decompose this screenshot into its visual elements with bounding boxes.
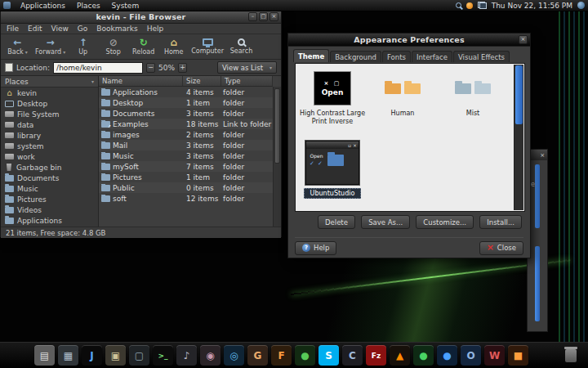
- minimize-button[interactable]: –: [248, 12, 257, 21]
- file-browser-titlebar[interactable]: kevin - File Browser – ▢ ×: [1, 11, 281, 24]
- theme-item-human[interactable]: Human: [368, 65, 438, 137]
- theme-item-mist[interactable]: Mist: [438, 65, 508, 137]
- tab-interface[interactable]: Interface: [412, 51, 452, 62]
- tab-visual-effects[interactable]: Visual Effects: [453, 51, 510, 62]
- scrollbar-thumb[interactable]: [515, 65, 523, 124]
- save-as-button[interactable]: Save As...: [361, 215, 410, 229]
- blue-app-icon[interactable]: ●: [437, 345, 457, 366]
- sidebar-item-garbage-bin[interactable]: Garbage bin: [1, 162, 98, 173]
- sidebar-item-library[interactable]: library: [1, 130, 98, 141]
- computer-button[interactable]: Computer: [189, 35, 226, 58]
- web-browser-icon[interactable]: ◎: [224, 345, 244, 366]
- forward-button[interactable]: → Forward▾: [33, 35, 68, 58]
- tab-theme[interactable]: Theme: [293, 49, 329, 62]
- trash-icon[interactable]: [565, 349, 577, 362]
- music-player-icon[interactable]: ♪: [176, 345, 197, 366]
- tray-update-icon[interactable]: [466, 2, 473, 9]
- table-row[interactable]: Mail3 itemsfolder: [99, 140, 273, 150]
- maximize-button[interactable]: ▢: [259, 12, 268, 21]
- table-row[interactable]: Public0 itemsfolder: [99, 182, 273, 193]
- package-manager-icon[interactable]: ▣: [105, 345, 126, 366]
- table-row[interactable]: Applications4 itemsfolder: [99, 87, 273, 97]
- menu-applications[interactable]: Applications: [19, 2, 67, 10]
- sidebar-item-data[interactable]: data: [1, 119, 98, 130]
- stop-button[interactable]: ⊘ Stop: [98, 35, 128, 58]
- close-icon[interactable]: ×: [540, 152, 545, 159]
- column-name[interactable]: Name: [99, 76, 183, 86]
- help-button[interactable]: ? Help: [295, 241, 336, 255]
- delete-button[interactable]: Delete: [318, 215, 355, 229]
- zoom-in-button[interactable]: +: [178, 63, 187, 73]
- table-row[interactable]: ↗Examples18 itemsLink to folder: [99, 119, 273, 129]
- install-button[interactable]: Install...: [479, 215, 522, 229]
- firefox-icon[interactable]: F: [271, 345, 292, 366]
- tray-network-icon[interactable]: [478, 2, 487, 9]
- sidebar-item-pictures[interactable]: Pictures: [1, 194, 98, 204]
- scrollbar-thumb[interactable]: [274, 88, 280, 164]
- menu-bookmarks[interactable]: Bookmarks: [96, 25, 137, 33]
- close-dialog-button[interactable]: × Close: [479, 241, 523, 255]
- sidebar-item-system[interactable]: system: [1, 141, 98, 151]
- menu-help[interactable]: Help: [147, 25, 164, 33]
- theme-scrollbar[interactable]: [514, 65, 523, 210]
- messenger-icon[interactable]: ●: [295, 345, 315, 366]
- home-button[interactable]: ⌂ Home: [158, 35, 189, 58]
- terminal-icon[interactable]: >_: [153, 345, 173, 366]
- search-button[interactable]: Search: [226, 35, 256, 58]
- photo-manager-icon[interactable]: ◉: [200, 345, 220, 366]
- theme-item-ubuntustudio-selected[interactable]: ▫× Open ✓ ✓ UbuntuStudio: [297, 137, 368, 211]
- theme-item-high-contrast[interactable]: × ▢ Open High Contrast Large Print Inver…: [297, 65, 368, 137]
- tray-power-icon[interactable]: [577, 2, 585, 9]
- sidebar-item-kevin[interactable]: ⌂kevin: [1, 88, 98, 98]
- sidebar-item-filesystem[interactable]: File System: [1, 109, 98, 119]
- appearance-titlebar[interactable]: Appearance Preferences ×: [288, 34, 530, 47]
- display-settings-icon[interactable]: ▢: [129, 345, 149, 366]
- file-manager-icon[interactable]: ▦: [58, 345, 78, 366]
- distributor-logo-icon[interactable]: [3, 2, 11, 9]
- menu-go[interactable]: Go: [78, 25, 87, 33]
- scrollbar-thumb[interactable]: [535, 164, 540, 228]
- sidebar-item-music[interactable]: Music: [1, 183, 98, 194]
- column-type[interactable]: Type: [221, 76, 273, 86]
- places-header[interactable]: Places ▾: [1, 76, 98, 88]
- table-row[interactable]: mySoft7 itemsfolder: [99, 161, 273, 172]
- wine-icon[interactable]: W: [484, 345, 505, 366]
- reload-button[interactable]: ↻ Reload: [128, 35, 158, 58]
- table-row[interactable]: soft12 itemsfolder: [99, 193, 273, 204]
- location-input[interactable]: [53, 62, 143, 74]
- view-mode-select[interactable]: View as List ▾: [217, 61, 277, 74]
- chat-client-icon[interactable]: C: [342, 345, 363, 366]
- menu-file[interactable]: File: [7, 25, 19, 33]
- sidebar-item-desktop[interactable]: Desktop: [1, 98, 98, 109]
- tab-background[interactable]: Background: [330, 51, 381, 62]
- table-row[interactable]: Desktop1 itemfolder: [99, 97, 273, 108]
- office-icon[interactable]: O: [461, 345, 481, 366]
- vlc-icon[interactable]: ▲: [390, 345, 410, 366]
- jdownloader-icon[interactable]: J: [82, 345, 102, 366]
- file-cabinet-icon[interactable]: ▤: [34, 345, 55, 366]
- green-app-icon[interactable]: ●: [413, 345, 434, 366]
- menu-system[interactable]: System: [110, 2, 141, 10]
- tab-fonts[interactable]: Fonts: [382, 51, 411, 62]
- filezilla-icon[interactable]: Fz: [366, 345, 386, 366]
- back-button[interactable]: ← Back▾: [2, 35, 33, 58]
- sidebar-item-documents[interactable]: Documents: [1, 173, 98, 183]
- menu-places[interactable]: Places: [75, 2, 102, 10]
- menu-view[interactable]: View: [51, 25, 69, 33]
- orange-app-icon[interactable]: ■: [508, 345, 528, 366]
- zoom-out-button[interactable]: −: [146, 63, 155, 73]
- sidebar-item-work[interactable]: work: [1, 151, 98, 162]
- gimp-icon[interactable]: G: [247, 345, 268, 366]
- skype-icon[interactable]: S: [318, 345, 339, 366]
- menu-edit[interactable]: Edit: [28, 25, 42, 33]
- close-button[interactable]: ×: [519, 35, 528, 44]
- table-row[interactable]: Pictures1 itemfolder: [99, 172, 273, 182]
- table-row[interactable]: images2 itemsfolder: [99, 129, 273, 140]
- clock[interactable]: Thu Nov 22, 11:56 PM: [492, 2, 572, 10]
- list-scrollbar[interactable]: [273, 87, 281, 227]
- sidebar-item-applications[interactable]: Applications: [1, 215, 98, 226]
- tray-search-icon[interactable]: [456, 2, 461, 8]
- sidebar-item-videos[interactable]: Videos: [1, 204, 98, 215]
- table-row[interactable]: Music3 itemsfolder: [99, 150, 273, 161]
- customize-button[interactable]: Customize...: [416, 215, 474, 229]
